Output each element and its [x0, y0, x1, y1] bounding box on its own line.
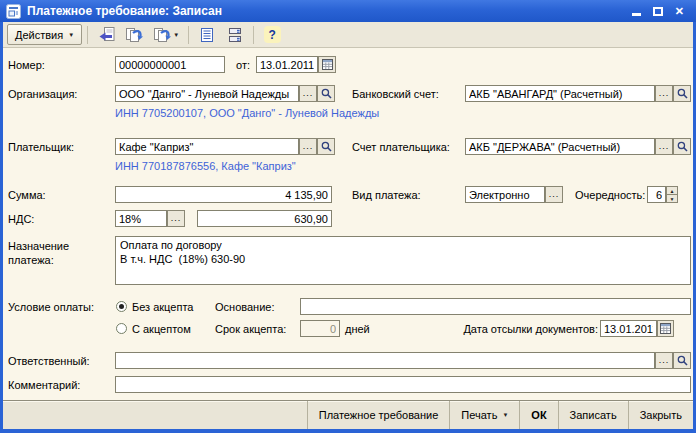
window-border-bottom	[0, 429, 696, 433]
window-border-left	[0, 22, 3, 433]
priority-label: Очередность:	[575, 189, 645, 201]
magnifier-icon	[321, 88, 332, 99]
organization-input[interactable]	[115, 85, 299, 102]
send-date-input[interactable]	[600, 320, 657, 337]
organization-select-button[interactable]: ...	[299, 85, 317, 102]
payer-account-input[interactable]	[465, 138, 655, 155]
window-controls: ✕	[632, 6, 690, 17]
no-accept-radio[interactable]	[116, 301, 127, 312]
toolbar-separator	[188, 26, 189, 44]
payment-request-button[interactable]: Платежное требование	[307, 401, 450, 429]
payer-account-label: Счет плательщика:	[352, 141, 450, 153]
form-area: Номер: от: Организация: ... Бан	[3, 48, 693, 400]
magnifier-icon	[677, 355, 688, 366]
number-input[interactable]	[115, 56, 225, 73]
ellipsis-icon: ...	[659, 89, 670, 98]
ellipsis-icon: ...	[303, 142, 314, 151]
calendar-icon	[660, 323, 671, 334]
organization-open-button[interactable]	[317, 85, 335, 102]
chevron-down-icon: ▼	[173, 32, 179, 38]
payment-type-label: Вид платежа:	[352, 189, 421, 201]
ellipsis-icon: ...	[659, 356, 670, 365]
payment-type-input[interactable]	[465, 186, 545, 203]
ok-button-label: ОК	[531, 409, 546, 421]
close-icon[interactable]: ✕	[675, 6, 684, 17]
ellipsis-icon: ...	[659, 142, 670, 151]
number-label: Номер:	[8, 59, 45, 71]
vat-rate-select-button[interactable]: ...	[167, 210, 185, 227]
actions-label: Действия	[15, 29, 63, 41]
ellipsis-icon: ...	[549, 190, 560, 199]
no-accept-radio-label: Без акцепта	[132, 301, 193, 313]
payer-open-button[interactable]	[317, 138, 335, 155]
document-journal-button[interactable]	[194, 24, 220, 46]
purpose-label: Назначение платежа:	[8, 239, 100, 267]
bank-account-label: Банковский счет:	[352, 88, 439, 100]
amount-input[interactable]	[115, 186, 332, 203]
accept-period-label: Срок акцепта:	[215, 323, 286, 335]
close-button[interactable]: Закрыть	[628, 401, 693, 429]
accept-period-units: дней	[345, 323, 370, 335]
send-date-calendar-button[interactable]	[657, 320, 674, 337]
payer-info-text: ИНН 770187876556, Кафе "Каприз"	[115, 160, 296, 172]
actions-menu-button[interactable]: Действия ▼	[7, 24, 82, 45]
accept-period-input[interactable]	[300, 320, 340, 337]
vat-rate-input[interactable]	[115, 210, 167, 227]
window-title: Платежное требование: Записан	[27, 4, 222, 18]
help-button[interactable]: ?	[259, 24, 285, 46]
payment-type-select-button[interactable]: ...	[545, 186, 563, 203]
goto-previous-document-button[interactable]	[93, 24, 119, 46]
bank-account-open-button[interactable]	[673, 85, 691, 102]
bank-account-input[interactable]	[465, 85, 655, 102]
minimize-icon[interactable]	[632, 13, 641, 16]
help-icon: ?	[264, 26, 281, 43]
copy-document-button[interactable]	[121, 24, 147, 46]
payer-input[interactable]	[115, 138, 299, 155]
ellipsis-icon: ...	[171, 214, 182, 223]
list-report-icon	[199, 27, 215, 43]
calendar-button[interactable]	[318, 56, 336, 73]
ok-button[interactable]: ОК	[519, 401, 557, 429]
toolbar: Действия ▼	[3, 22, 693, 48]
magnifier-icon	[677, 141, 688, 152]
document-icon	[6, 4, 21, 19]
save-button[interactable]: Записать	[558, 401, 628, 429]
priority-input[interactable]	[647, 186, 666, 203]
with-accept-radio-label: С акцептом	[132, 323, 191, 335]
payer-select-button[interactable]: ...	[299, 138, 317, 155]
responsible-open-button[interactable]	[673, 352, 691, 369]
vat-amount-input[interactable]	[197, 210, 332, 227]
payer-account-open-button[interactable]	[673, 138, 691, 155]
priority-stepper[interactable]: ▲ ▼	[666, 186, 678, 203]
toolbar-separator	[253, 26, 254, 44]
structure-icon	[227, 27, 243, 43]
organization-info-text: ИНН 7705200107, ООО "Данго" - Луневой На…	[115, 107, 379, 119]
payment-request-window: Платежное требование: Записан ✕ Действия…	[0, 0, 696, 433]
bank-account-select-button[interactable]: ...	[655, 85, 673, 102]
payer-account-select-button[interactable]: ...	[655, 138, 673, 155]
magnifier-icon	[677, 88, 688, 99]
doc-copy-arrow-icon	[125, 27, 143, 43]
comment-input[interactable]	[115, 376, 691, 393]
date-input[interactable]	[256, 56, 318, 73]
spin-up-icon[interactable]: ▲	[666, 186, 678, 195]
doc-arrow-left-icon	[97, 27, 115, 43]
comment-label: Комментарий:	[8, 379, 80, 391]
purpose-textarea[interactable]: Оплата по договору В т.ч. НДС (18%) 630-…	[115, 236, 691, 285]
spin-down-icon[interactable]: ▼	[666, 195, 678, 203]
payment-terms-label: Условие оплаты:	[8, 301, 94, 313]
with-accept-radio[interactable]	[116, 323, 127, 334]
calendar-icon	[322, 59, 333, 70]
toolbar-separator	[87, 26, 88, 44]
responsible-select-button[interactable]: ...	[655, 352, 673, 369]
title-bar: Платежное требование: Записан ✕	[0, 0, 696, 22]
maximize-icon[interactable]	[653, 7, 663, 16]
organization-label: Организация:	[8, 88, 77, 100]
copy-document-menu-button[interactable]: ▼	[149, 24, 183, 46]
send-date-label: Дата отсылки документов:	[428, 323, 598, 335]
print-button[interactable]: Печать ▼	[449, 401, 519, 429]
responsible-input[interactable]	[115, 352, 655, 369]
document-structure-button[interactable]	[222, 24, 248, 46]
basis-label: Основание:	[215, 301, 274, 313]
basis-input[interactable]	[300, 298, 691, 315]
